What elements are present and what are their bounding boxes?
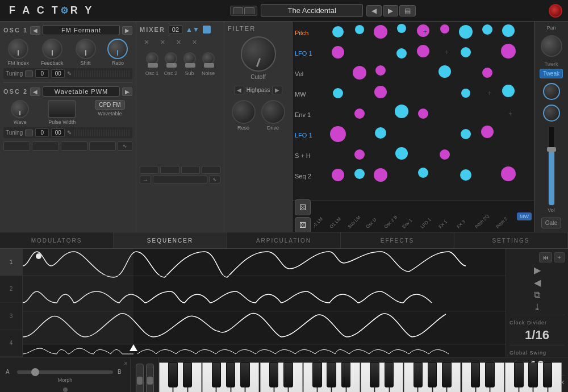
lfo-rate-knob[interactable] [543, 83, 560, 100]
vol-fader-track[interactable] [548, 126, 555, 206]
black-key-1-Gs[interactable] [327, 362, 336, 387]
pulse-width-knob[interactable] [48, 100, 76, 118]
seq-waveform-area[interactable] [23, 249, 506, 357]
cpd-button[interactable]: CPD FM [95, 100, 124, 110]
dot-sh-2[interactable] [395, 147, 408, 160]
osc2-fader-thumb[interactable] [166, 63, 177, 68]
dot-mw-3[interactable] [461, 89, 470, 98]
black-key-3-Gs[interactable] [528, 362, 537, 387]
dot-pitch-8[interactable] [482, 24, 492, 35]
black-key-0-Ds[interactable] [183, 362, 192, 387]
mixer-arrow-icon[interactable]: ▲▼ [186, 26, 199, 34]
vol-fader-thumb[interactable] [547, 147, 556, 152]
osc2-tuning-fine[interactable]: 00 [51, 128, 65, 137]
sub-fader-track[interactable] [187, 67, 193, 68]
seq-row-4[interactable]: 4 [0, 330, 22, 357]
mixer-wave-btn[interactable]: ∿ [209, 176, 220, 184]
seq-copy-btn[interactable]: ⧉ [534, 290, 540, 300]
dot-lfo1-2[interactable] [396, 48, 407, 59]
morph-track[interactable] [17, 370, 113, 374]
black-key-1-As[interactable] [341, 362, 350, 387]
dot-lfo1-4[interactable] [461, 47, 471, 57]
tab-sequencer[interactable]: SEQUENCER [114, 232, 227, 248]
osc2-next-button[interactable]: ▶ [122, 87, 132, 96]
mixer-btn-4[interactable] [202, 166, 220, 174]
dot-seq2-2[interactable] [354, 169, 365, 179]
osc2-tuning-edit[interactable]: ✎ [67, 130, 72, 136]
seq-add-button[interactable]: + [554, 252, 565, 262]
seq-right-arrow[interactable]: ▶ [534, 265, 541, 276]
mixer-route-btn[interactable]: → [140, 176, 151, 184]
dot-lfo1-3[interactable] [417, 45, 429, 57]
filter-next-btn[interactable]: ▶ [272, 86, 282, 94]
black-key-0-Gs[interactable] [226, 362, 235, 387]
dot-pitch-9[interactable] [502, 24, 515, 37]
osc1-fader-thumb[interactable] [148, 63, 158, 68]
osc1-tuning-icon[interactable] [25, 70, 33, 77]
black-key-2-Fs[interactable] [414, 362, 423, 387]
osc-wave-btn[interactable]: ∿ [118, 141, 132, 151]
dot-lfo1b-1[interactable] [330, 126, 346, 142]
mixer-btn-5[interactable] [153, 176, 207, 184]
cutoff-knob[interactable] [241, 36, 276, 72]
mute-sub[interactable]: × [176, 37, 181, 47]
black-key-1-Ds[interactable] [283, 362, 293, 387]
filter-prev-btn[interactable]: ◀ [234, 86, 244, 94]
dot-env1-3[interactable] [418, 109, 428, 119]
ratio-knob[interactable] [107, 39, 128, 59]
osc1-tuning-fine[interactable]: 00 [51, 69, 65, 78]
pan-knob[interactable] [541, 35, 562, 57]
dot-env1-2[interactable] [395, 105, 408, 118]
mixer-btn-3[interactable] [181, 166, 200, 174]
twerk-button[interactable]: Tweak [540, 69, 563, 78]
dot-pitch-7[interactable] [459, 25, 473, 39]
osc-btn-4[interactable] [89, 141, 116, 151]
tab-settings[interactable]: SETTINGS [454, 232, 568, 248]
dot-lfo1-5[interactable] [501, 44, 516, 59]
menu-button[interactable]: ▤ [399, 5, 416, 16]
pitch-thumb-1[interactable] [137, 377, 143, 385]
black-key-0-As[interactable] [240, 362, 249, 387]
power-icon[interactable] [549, 4, 562, 18]
seq-left-arrow[interactable]: ◀ [534, 277, 541, 288]
dot-env1-1[interactable] [354, 109, 365, 119]
seq-row-1[interactable]: 1 [0, 249, 22, 276]
black-key-0-Fs[interactable] [212, 362, 221, 387]
black-key-3-As[interactable] [543, 362, 552, 387]
seq-row-3[interactable]: 3 [0, 303, 22, 330]
feedback-knob[interactable] [42, 39, 62, 59]
black-key-0-Cs[interactable] [168, 362, 177, 387]
dice-icon-1[interactable]: ⚄ [295, 199, 311, 215]
dot-pitch-6[interactable] [440, 24, 449, 34]
morph-close-btn[interactable]: × [124, 360, 128, 368]
noise-fader-track[interactable] [206, 67, 211, 68]
sub-fader-thumb[interactable] [185, 63, 195, 68]
seq-row-2[interactable]: 2 [0, 276, 22, 303]
tab-modulators[interactable]: MODULATORS [0, 232, 114, 248]
mixer-color-sq[interactable] [203, 26, 211, 34]
dot-pitch-2[interactable] [355, 25, 364, 34]
osc1-type[interactable]: FM Formant [43, 25, 120, 35]
tab-arpiculation[interactable]: ARPICULATION [227, 232, 341, 248]
preset-name[interactable]: The Accidental [261, 4, 363, 17]
black-key-3-Cs[interactable] [471, 362, 480, 387]
dot-vel-1[interactable] [353, 66, 366, 80]
osc2-prev-button[interactable]: ◀ [30, 87, 40, 96]
wave-knob[interactable] [11, 100, 29, 118]
osc1-fader-track[interactable] [149, 67, 155, 68]
osc1-next-button[interactable]: ▶ [122, 26, 132, 35]
dot-lfo1-1[interactable] [332, 46, 344, 59]
osc2-tuning-icon[interactable] [25, 130, 33, 136]
dot-seq2-4[interactable] [418, 168, 428, 178]
dot-seq2-6[interactable] [501, 166, 516, 181]
reso-knob[interactable] [232, 100, 256, 124]
dot-lfo1b-2[interactable] [375, 127, 386, 139]
dot-seq2-5[interactable] [460, 169, 471, 181]
black-key-3-Ds[interactable] [485, 362, 494, 387]
black-key-2-Gs[interactable] [428, 362, 437, 387]
dot-pitch-3[interactable] [374, 25, 387, 39]
dot-lfo1b-4[interactable] [481, 126, 494, 138]
drive-knob[interactable] [261, 100, 285, 124]
dot-mw-2[interactable] [374, 86, 387, 98]
dot-vel-4[interactable] [482, 68, 492, 78]
